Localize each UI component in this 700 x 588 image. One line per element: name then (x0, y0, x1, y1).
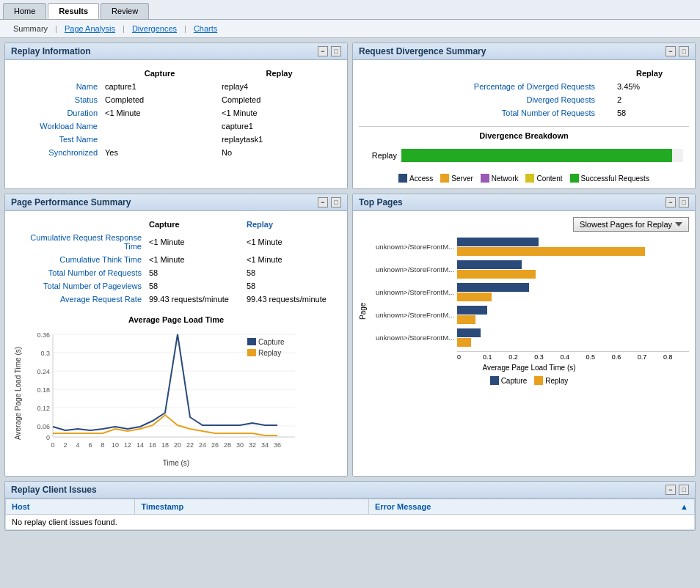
replay-info-body: Capture Replay Name capture1 replay4 Sta… (5, 60, 347, 166)
content-swatch (525, 174, 534, 183)
top-pages-body: Slowest Pages for Replay Page unknown>/S… (353, 211, 695, 391)
minimize-button[interactable]: − (666, 197, 676, 207)
col-host: Host (6, 499, 135, 515)
tab-results[interactable]: Results (48, 3, 99, 19)
sort-arrow-icon: ▲ (680, 502, 688, 511)
breakdown-bar-chart: Replay (359, 146, 689, 168)
top-pages-controls: Slowest Pages for Replay (359, 217, 689, 232)
col-timestamp: Timestamp (135, 499, 369, 515)
svg-text:10: 10 (112, 441, 119, 449)
dropdown-arrow-icon (675, 222, 682, 227)
table-row: Duration <1 Minute <1 Minute (12, 107, 340, 119)
issues-table: Host Timestamp Error Message ▲ No replay… (5, 499, 695, 530)
svg-text:Replay: Replay (258, 349, 281, 357)
capture-swatch (490, 376, 499, 385)
table-row: Cumulative Request Response Time <1 Minu… (12, 232, 340, 252)
replay-info-table: Capture Replay Name capture1 replay4 Sta… (11, 66, 341, 160)
line-chart-area: Average Page Load Time Average Page Load… (11, 312, 341, 470)
access-swatch (398, 174, 407, 183)
capture-bar (457, 238, 539, 246)
svg-rect-36 (247, 349, 256, 356)
maximize-button[interactable]: □ (679, 197, 689, 207)
replay-client-issues-header: Replay Client Issues − □ (5, 482, 695, 499)
page-performance-panel: Page Performance Summary − □ Capture Rep… (4, 194, 348, 477)
panel-controls: − □ (666, 197, 689, 207)
breakdown-section: Divergence Breakdown Replay Access (359, 126, 689, 183)
capture-bar (457, 306, 487, 315)
stab-charts[interactable]: Charts (186, 23, 225, 34)
minimize-button[interactable]: − (318, 197, 328, 207)
svg-text:22: 22 (186, 441, 194, 449)
svg-text:0.24: 0.24 (37, 368, 50, 375)
main-content: Replay Information − □ Capture Replay Na… (0, 38, 700, 535)
col-error-message[interactable]: Error Message ▲ (369, 499, 695, 515)
top-pages-panel: Top Pages − □ Slowest Pages for Replay P… (352, 194, 696, 477)
server-swatch (440, 174, 449, 183)
minimize-button[interactable]: − (666, 46, 676, 56)
bar-container (401, 149, 683, 162)
maximize-button[interactable]: □ (331, 46, 341, 56)
capture-bar (457, 328, 481, 337)
svg-text:34: 34 (261, 441, 269, 449)
legend-replay: Replay (534, 376, 568, 385)
table-row: Test Name replaytask1 (12, 133, 340, 145)
perf-table: Capture Replay Cumulative Request Respon… (11, 217, 341, 306)
legend-capture: Capture (490, 376, 528, 385)
y-axis-label: Average Page Load Time (s) (14, 327, 22, 459)
top-pages-chart: Page unknown>/StoreFrontM... unknown>/St… (359, 238, 689, 385)
tab-home[interactable]: Home (3, 3, 46, 19)
table-row: Total Number of Requests 58 (360, 107, 688, 119)
legend-network: Network (481, 174, 519, 183)
svg-text:12: 12 (124, 441, 131, 449)
x-axis-title: Average Page Load Time (s) (369, 364, 689, 372)
minimize-button[interactable]: − (318, 46, 328, 56)
legend-server: Server (440, 174, 473, 183)
divergence-table: Replay Percentage of Diverged Requests 3… (359, 66, 689, 120)
table-row: Diverged Requests 2 (360, 94, 688, 106)
svg-text:30: 30 (236, 441, 244, 449)
maximize-button[interactable]: □ (679, 485, 689, 495)
replay-info-panel: Replay Information − □ Capture Replay Na… (4, 43, 348, 189)
empty-message: No replay client issues found. (6, 515, 695, 530)
replay-client-issues-body: Host Timestamp Error Message ▲ No replay… (5, 499, 695, 530)
table-row: Workload Name capture1 (12, 120, 340, 132)
successful-swatch (570, 174, 579, 183)
svg-text:0.36: 0.36 (37, 331, 50, 339)
sub-nav: Summary | Page Analysis | Divergences | … (0, 20, 700, 38)
panel-controls: − □ (318, 197, 341, 207)
stab-page-analysis[interactable]: Page Analysis (57, 23, 123, 34)
table-row: Total Number of Requests 58 58 (12, 267, 340, 279)
svg-text:0.18: 0.18 (37, 386, 50, 394)
table-row: Percentage of Diverged Requests 3.45% (360, 81, 688, 92)
stab-summary[interactable]: Summary (6, 23, 55, 34)
panel-controls: − □ (666, 46, 689, 56)
slowest-pages-dropdown[interactable]: Slowest Pages for Replay (573, 217, 689, 232)
replay-bar (457, 338, 471, 347)
x-axis-label: Time (s) (14, 459, 338, 467)
svg-text:18: 18 (161, 441, 169, 449)
svg-text:20: 20 (174, 441, 181, 449)
replay-bar (457, 315, 475, 324)
maximize-button[interactable]: □ (331, 197, 341, 207)
tab-review[interactable]: Review (101, 3, 149, 19)
svg-text:Capture: Capture (258, 338, 285, 346)
minimize-button[interactable]: − (666, 485, 676, 495)
svg-text:2: 2 (63, 441, 67, 449)
legend-access: Access (398, 174, 433, 183)
svg-text:32: 32 (249, 441, 256, 449)
breakdown-title: Divergence Breakdown (359, 131, 689, 140)
svg-text:0: 0 (46, 434, 50, 441)
table-row: Name capture1 replay4 (12, 81, 340, 92)
line-chart-svg: 0.36 0.3 0.24 0.18 0.12 0.06 0 0 2 4 6 8… (23, 327, 302, 459)
svg-text:26: 26 (211, 441, 219, 449)
chart-title: Average Page Load Time (14, 315, 338, 324)
svg-text:0: 0 (51, 441, 54, 449)
legend-content: Content (525, 174, 562, 183)
maximize-button[interactable]: □ (679, 46, 689, 56)
top-pages-legend: Capture Replay (369, 376, 689, 385)
request-divergence-body: Replay Percentage of Diverged Requests 3… (353, 60, 695, 188)
top-pages-title: Top Pages (359, 197, 403, 207)
stab-divergences[interactable]: Divergences (125, 23, 184, 34)
svg-text:8: 8 (101, 441, 104, 449)
page-performance-title: Page Performance Summary (11, 197, 131, 207)
